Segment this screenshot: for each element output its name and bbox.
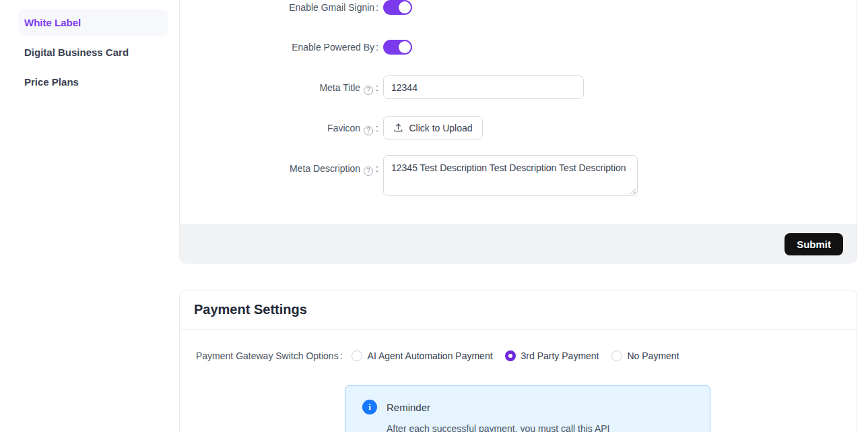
payment-gateway-options-label: Payment Gateway Switch Options: — [196, 350, 343, 361]
meta-description-field: 12345 Test Description Test Description … — [383, 155, 638, 196]
reminder-alert: i Reminder After each successful payment… — [345, 385, 710, 432]
reminder-title: Reminder — [387, 402, 430, 413]
payment-settings-title: Payment Settings — [194, 302, 307, 317]
reminder-body: After each successful payment, you must … — [387, 423, 609, 432]
meta-title-input[interactable] — [383, 75, 584, 99]
radio-selected-icon[interactable] — [505, 350, 516, 361]
radio-option-label: AI Agent Automation Payment — [368, 350, 493, 361]
help-icon[interactable]: ? — [364, 86, 373, 95]
info-icon: i — [362, 400, 377, 414]
sidebar-item-price-plans[interactable]: Price Plans — [18, 71, 168, 92]
help-icon[interactable]: ? — [364, 166, 373, 176]
meta-description-label: Meta Description?: — [180, 163, 378, 176]
toggle-knob — [399, 1, 411, 13]
upload-icon — [393, 123, 403, 133]
sidebar-item-label: Price Plans — [24, 76, 79, 88]
payment-settings-card: Payment Settings Payment Gateway Switch … — [179, 290, 857, 432]
gmail-signin-toggle[interactable] — [383, 0, 412, 15]
meta-description-textarea[interactable]: 12345 Test Description Test Description … — [383, 155, 638, 196]
sidebar-item-label: Digital Business Card — [24, 47, 129, 58]
powered-by-toggle[interactable] — [383, 40, 412, 55]
gmail-signin-label: Enable Gmail Signin: — [180, 2, 378, 13]
page: { "ui": { "colon": ":" }, "icons": { "he… — [0, 0, 868, 432]
radio-option-ai-agent-automation-payment[interactable]: AI Agent Automation Payment — [352, 350, 493, 361]
radio-option-no-payment[interactable]: No Payment — [611, 350, 679, 361]
sidebar-item-digital-business-card[interactable]: Digital Business Card — [18, 42, 168, 62]
upload-button-label: Click to Upload — [409, 123, 472, 133]
help-icon[interactable]: ? — [364, 126, 373, 135]
sidebar-item-white-label[interactable]: White Label — [18, 9, 168, 36]
form-footer: Submit — [180, 224, 857, 263]
favicon-upload-button[interactable]: Click to Upload — [383, 116, 483, 140]
radio-option-label: No Payment — [628, 350, 679, 361]
submit-button[interactable]: Submit — [784, 233, 843, 255]
meta-title-label: Meta Title?: — [180, 82, 378, 95]
favicon-label: Favicon?: — [180, 123, 378, 135]
sidebar-item-label: White Label — [24, 17, 81, 28]
white-label-settings-card: Enable Gmail Signin: Enable Powered By: … — [179, 0, 857, 264]
payment-settings-header: Payment Settings — [180, 290, 857, 330]
payment-gateway-radio-group: Payment Gateway Switch Options: AI Agent… — [196, 349, 692, 363]
radio-unselected-icon[interactable] — [352, 350, 362, 361]
radio-option-3rd-party-payment[interactable]: 3rd Party Payment — [505, 350, 599, 361]
radio-option-label: 3rd Party Payment — [521, 350, 599, 361]
radio-unselected-icon[interactable] — [611, 350, 622, 361]
powered-by-label: Enable Powered By: — [180, 42, 378, 53]
settings-sidebar: White Label Digital Business Card Price … — [0, 0, 175, 432]
toggle-knob — [399, 41, 411, 53]
